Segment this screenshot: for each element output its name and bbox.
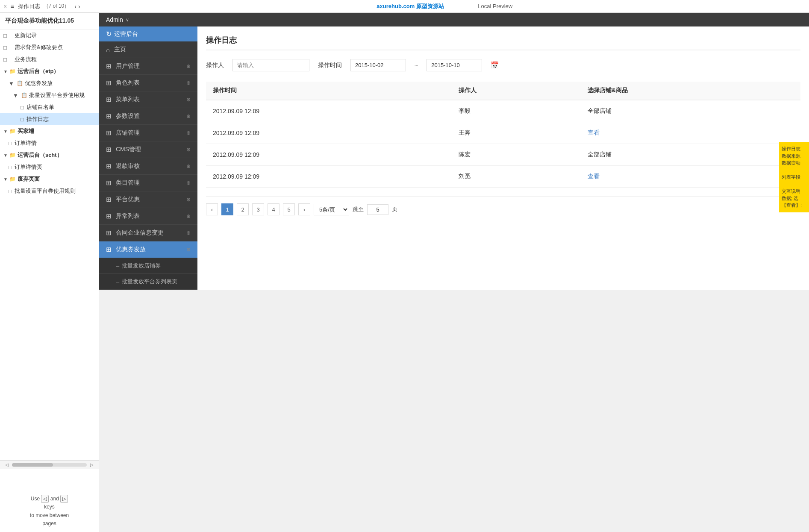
- jump-label: 跳至: [353, 206, 364, 213]
- grid-icon: ⊞: [106, 112, 112, 120]
- menu-item-user-mgmt[interactable]: ⊞ 用户管理 ⊕: [99, 58, 197, 75]
- sidebar-section-buyer[interactable]: ▼ 📁 买家端: [0, 125, 99, 137]
- menu-item-label: 优惠券发放: [116, 246, 146, 253]
- col-header-shop: 选择店铺&商品: [581, 82, 800, 100]
- note-line-9: 【查看】:: [782, 202, 806, 209]
- tab-count: （7 of 10）: [44, 3, 70, 10]
- menu-item-coupon-issuance[interactable]: ⊞ 优惠券发放 ⊕: [99, 241, 197, 258]
- grid-icon: ⊞: [106, 96, 112, 103]
- table-header-row: 操作时间 操作人 选择店铺&商品: [206, 82, 800, 100]
- sidebar-item-update-log[interactable]: □ 更新记录: [0, 29, 99, 41]
- expand-icon: ⊕: [186, 163, 191, 169]
- table-row: 2012.09.09 12:09 李毅 全部店铺: [206, 100, 800, 122]
- scroll-left-arrow[interactable]: ◁: [3, 462, 10, 467]
- menu-item-param-set[interactable]: ⊞ 参数设置 ⊕: [99, 108, 197, 125]
- next-tab-button[interactable]: ›: [78, 3, 80, 10]
- menu-item-category-mgmt[interactable]: ⊞ 类目管理 ⊕: [99, 175, 197, 191]
- expand-icon: ▼: [9, 80, 14, 87]
- nav-tab-ops-backend[interactable]: ↻ 运营后台: [99, 26, 197, 41]
- table-row: 2012.09.09 12:09 王奔 查看: [206, 122, 800, 144]
- sidebar-item-order-detail[interactable]: □ 订单详情: [0, 137, 99, 149]
- grid-icon: ⊞: [106, 162, 112, 170]
- page-button-1[interactable]: 1: [221, 203, 233, 215]
- sidebar-item-label: 操作日志: [26, 115, 49, 123]
- sidebar-section-etp[interactable]: ▼ 📁 运营后台（etp）: [0, 65, 99, 77]
- scroll-right-arrow[interactable]: ▷: [88, 462, 95, 467]
- left-sidebar: 平台现金券功能优化11.05 □ 更新记录 □ 需求背景&修改要点 □ 业务流程…: [0, 13, 99, 532]
- prev-page-button[interactable]: ‹: [206, 203, 218, 215]
- menu-item-label: 店铺管理: [116, 129, 140, 137]
- prev-tab-button[interactable]: ‹: [74, 3, 76, 10]
- next-page-button[interactable]: ›: [298, 203, 310, 215]
- cell-time: 2012.09.09 12:09: [206, 100, 452, 122]
- sidebar-item-whitelist[interactable]: □ 店铺白名单: [0, 101, 99, 113]
- grid-icon: ⊞: [106, 62, 112, 70]
- axure-link[interactable]: axurehub.com 原型资源站: [377, 3, 444, 9]
- sidebar-section-scht[interactable]: ▼ 📁 运营后台（scht）: [0, 149, 99, 161]
- col-header-operator: 操作人: [452, 82, 581, 100]
- menu-item-label: 菜单列表: [116, 96, 140, 103]
- cell-operator: 李毅: [452, 100, 581, 122]
- start-date-input[interactable]: [350, 59, 406, 71]
- folder-icon: 📁: [9, 176, 16, 182]
- menu-item-batch-shop-coupon[interactable]: – 批量发放店铺券: [99, 258, 197, 274]
- menu-item-home[interactable]: ⌂ 主页: [99, 41, 197, 58]
- folder-icon: 📁: [9, 152, 16, 158]
- jump-input[interactable]: [367, 204, 388, 215]
- cell-time: 2012.09.09 12:09: [206, 166, 452, 188]
- page-button-2[interactable]: 2: [237, 203, 249, 215]
- sidebar-item-label: 订单详情页: [15, 163, 42, 171]
- menu-item-batch-platform-coupon[interactable]: – 批量发放平台券列表页: [99, 274, 197, 290]
- sidebar-item-business-flow[interactable]: □ 业务流程: [0, 53, 99, 65]
- menu-item-label: 退款审核: [116, 162, 140, 170]
- menu-item-shop-mgmt[interactable]: ⊞ 店铺管理 ⊕: [99, 125, 197, 141]
- menu-item-label: 用户管理: [116, 62, 140, 70]
- sidebar-item-batch-set[interactable]: ▼ 📋 批量设置平台券使用规: [0, 89, 99, 101]
- col-header-time: 操作时间: [206, 82, 452, 100]
- menu-item-label: 参数设置: [116, 112, 140, 120]
- sidebar-item-label: 优惠券发放: [25, 79, 53, 87]
- sidebar-item-label: 订单详情: [15, 139, 37, 147]
- calendar-icon[interactable]: 📅: [491, 61, 499, 69]
- menu-item-contract-change[interactable]: ⊞ 合同企业信息变更 ⊕: [99, 225, 197, 241]
- page-button-5[interactable]: 5: [283, 203, 295, 215]
- refresh-icon: ↻: [106, 30, 112, 38]
- grid-icon: ⊞: [106, 212, 112, 220]
- menu-icon: ≡: [10, 3, 14, 10]
- view-link[interactable]: 查看: [588, 129, 600, 136]
- grid-icon: ⊞: [106, 146, 112, 153]
- page-size-select[interactable]: 5条/页10条/页20条/页: [314, 204, 349, 215]
- note-line-1: 操作日志: [782, 145, 806, 153]
- page-title: 操作日志: [206, 35, 800, 50]
- sub-menu-item-label: 批量发放平台券列表页: [122, 278, 177, 285]
- sidebar-item-label: 需求背景&修改要点: [15, 44, 63, 51]
- operator-filter-input[interactable]: [232, 59, 309, 71]
- folder-icon: 📋: [17, 80, 23, 86]
- doc-icon: □: [9, 140, 12, 147]
- sidebar-item-requirements[interactable]: □ 需求背景&修改要点: [0, 41, 99, 53]
- menu-item-platform-promo[interactable]: ⊞ 平台优惠 ⊕: [99, 191, 197, 208]
- menu-item-role-list[interactable]: ⊞ 角色列表 ⊕: [99, 75, 197, 91]
- sidebar-section-discarded[interactable]: ▼ 📁 废弃页面: [0, 173, 99, 185]
- menu-item-label: CMS管理: [116, 146, 141, 153]
- end-date-input[interactable]: [427, 59, 482, 71]
- menu-item-refund-review[interactable]: ⊞ 退款审核 ⊕: [99, 158, 197, 175]
- sidebar-item-batch-set2[interactable]: □ 批量设置平台券使用规则: [0, 185, 99, 197]
- page-button-4[interactable]: 4: [268, 203, 279, 215]
- view-link[interactable]: 查看: [588, 173, 600, 179]
- sidebar-item-coupon-issuance[interactable]: ▼ 📋 优惠券发放: [0, 77, 99, 89]
- page-unit: 页: [392, 206, 397, 213]
- page-button-3[interactable]: 3: [252, 203, 264, 215]
- expand-icon: ⊕: [186, 80, 191, 86]
- admin-chevron-icon[interactable]: ∨: [126, 17, 129, 23]
- sidebar-item-order-detail-page[interactable]: □ 订单详情页: [0, 161, 99, 173]
- menu-item-menu-list[interactable]: ⊞ 菜单列表 ⊕: [99, 91, 197, 108]
- home-icon: ⌂: [106, 46, 110, 53]
- sidebar-item-operation-log[interactable]: □ 操作日志: [0, 113, 99, 125]
- menu-item-abnormal-list[interactable]: ⊞ 异常列表 ⊕: [99, 208, 197, 225]
- sub-menu-item-label: 批量发放店铺券: [122, 262, 161, 270]
- menu-item-cms-mgmt[interactable]: ⊞ CMS管理 ⊕: [99, 141, 197, 158]
- doc-icon: □: [3, 44, 7, 51]
- menu-item-label: 异常列表: [116, 212, 140, 220]
- close-button[interactable]: ×: [3, 3, 7, 10]
